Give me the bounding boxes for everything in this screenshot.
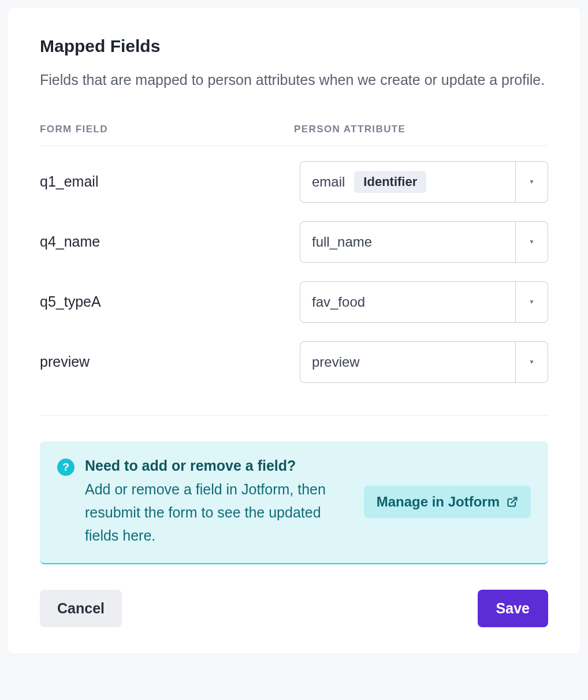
chevron-down-icon: ▼ <box>515 162 548 202</box>
form-field-label: q5_typeA <box>40 293 300 310</box>
header-person-attribute: PERSON ATTRIBUTE <box>294 124 548 135</box>
attribute-select[interactable]: fav_food ▼ <box>300 281 548 323</box>
manage-in-jotform-button[interactable]: Manage in Jotform <box>364 486 531 518</box>
table-row: q4_name full_name ▼ <box>40 221 548 263</box>
form-field-label: q1_email <box>40 173 300 190</box>
divider <box>40 415 548 416</box>
form-field-label: q4_name <box>40 233 300 250</box>
chevron-down-icon: ▼ <box>515 282 548 322</box>
header-form-field: FORM FIELD <box>40 124 294 135</box>
page-subtitle: Fields that are mapped to person attribu… <box>40 69 548 91</box>
field-rows: q1_email email Identifier ▼ q4_name full… <box>40 161 548 383</box>
info-callout: ? Need to add or remove a field? Add or … <box>40 441 548 564</box>
external-link-icon <box>507 496 518 508</box>
svg-line-0 <box>511 498 516 503</box>
actions-row: Cancel Save <box>40 590 548 627</box>
table-headers: FORM FIELD PERSON ATTRIBUTE <box>40 124 548 146</box>
attribute-select[interactable]: email Identifier ▼ <box>300 161 548 203</box>
identifier-badge: Identifier <box>354 171 426 193</box>
table-row: preview preview ▼ <box>40 341 548 383</box>
chevron-down-icon: ▼ <box>515 342 548 382</box>
help-icon: ? <box>57 459 75 476</box>
info-title: Need to add or remove a field? <box>85 457 353 474</box>
cancel-button[interactable]: Cancel <box>40 590 122 627</box>
attribute-select[interactable]: preview ▼ <box>300 341 548 383</box>
manage-button-label: Manage in Jotform <box>377 494 500 510</box>
attribute-value: fav_food <box>312 294 365 310</box>
attribute-value: full_name <box>312 234 372 250</box>
page-title: Mapped Fields <box>40 36 548 56</box>
attribute-value: preview <box>312 354 360 370</box>
save-button[interactable]: Save <box>478 590 548 627</box>
table-row: q1_email email Identifier ▼ <box>40 161 548 203</box>
info-body: Add or remove a field in Jotform, then r… <box>85 478 353 547</box>
attribute-value: email <box>312 174 345 190</box>
form-field-label: preview <box>40 353 300 370</box>
chevron-down-icon: ▼ <box>515 222 548 262</box>
table-row: q5_typeA fav_food ▼ <box>40 281 548 323</box>
mapped-fields-card: Mapped Fields Fields that are mapped to … <box>7 7 581 654</box>
attribute-select[interactable]: full_name ▼ <box>300 221 548 263</box>
